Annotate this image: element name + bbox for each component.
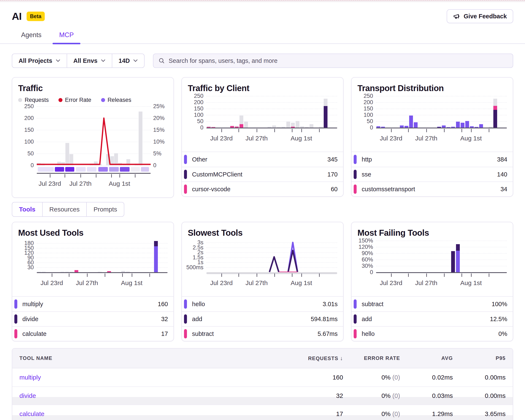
legend-row[interactable]: subtract100% xyxy=(352,297,513,311)
col-avg[interactable]: AVG xyxy=(400,355,453,361)
table-row[interactable]: calculate 17 0% (0) 1.29ms 3.65ms xyxy=(12,405,513,420)
search-input[interactable] xyxy=(169,57,508,64)
tab-agents[interactable]: Agents xyxy=(20,28,42,43)
gridline xyxy=(37,258,168,258)
x-axis-tick xyxy=(274,129,275,132)
requests-legend-dot xyxy=(18,98,22,102)
error-count: (0) xyxy=(392,410,400,417)
col-error-rate[interactable]: ERROR RATE xyxy=(343,355,400,361)
legend-list: hello3.01s add594.81ms subtract5.67ms xyxy=(182,296,343,341)
legend-list: multiply160 divide32 calculate17 xyxy=(12,296,173,341)
table-row[interactable]: multiply 160 0% (0) 0.02ms 0.00ms xyxy=(12,368,513,386)
series-color-chip xyxy=(184,170,187,179)
x-axis-tick xyxy=(221,129,222,132)
env-filter[interactable]: All Envs xyxy=(67,54,112,67)
daterange-filter[interactable]: 14D xyxy=(112,54,144,67)
series-color-chip xyxy=(184,299,187,309)
y-axis-left: 180150120906030 xyxy=(18,241,37,272)
tab-prompts[interactable]: Prompts xyxy=(86,202,124,216)
tab-resources[interactable]: Resources xyxy=(42,202,86,216)
y-axis-tick-label: 60% xyxy=(362,256,373,263)
chart-bar xyxy=(456,122,460,128)
x-axis-label: Jul 27th xyxy=(69,180,92,187)
y-axis-tick-label: 20% xyxy=(153,115,165,121)
legend-row[interactable]: customssetransport34 xyxy=(352,182,513,196)
project-filter[interactable]: All Projects xyxy=(12,54,67,67)
y-axis-tick-label: 150 xyxy=(24,127,34,133)
y-axis-left: 250200150100500 xyxy=(18,106,37,165)
y-axis-tick-label: 250 xyxy=(194,93,203,99)
y-axis-tick-label: 0 xyxy=(31,162,34,169)
legend-row[interactable]: http384 xyxy=(352,152,513,167)
y-axis-tick-label: 25% xyxy=(153,103,165,110)
tool-link[interactable]: calculate xyxy=(19,410,44,417)
legend-row[interactable]: add594.81ms xyxy=(182,311,343,326)
y-axis-tick-label: 50 xyxy=(197,118,203,125)
traffic-card: Traffic Requests Error Rate Releases 250… xyxy=(12,77,174,198)
gridline xyxy=(206,115,337,115)
chart-bar xyxy=(451,251,455,272)
legend-row[interactable]: hello3.01s xyxy=(182,297,343,311)
chart-bar xyxy=(465,121,469,128)
x-axis-tick xyxy=(87,274,88,277)
transport-distribution-card: Transport Distribution 250200150100500 J… xyxy=(351,77,513,197)
legend-row[interactable]: multiply160 xyxy=(12,297,173,311)
x-axis-label: Jul 23rd xyxy=(210,135,233,142)
plot-area: Jul 23rdJul 27thAug 1st xyxy=(206,241,337,272)
plot-area: Jul 23rdJul 27thAug 1st xyxy=(376,241,507,272)
col-p95[interactable]: P95 xyxy=(453,355,506,361)
y-axis-left: 250200150100500 xyxy=(357,96,376,128)
legend-row[interactable]: sse140 xyxy=(352,167,513,182)
col-requests[interactable]: REQUESTS↓ xyxy=(290,355,343,362)
legend-row[interactable]: divide32 xyxy=(12,311,173,326)
chart-bar xyxy=(409,116,413,128)
chart-bar xyxy=(211,127,215,127)
legend-row[interactable]: subtract5.67ms xyxy=(182,326,343,341)
legend-label: add xyxy=(362,316,372,323)
error-count: (0) xyxy=(392,392,400,399)
legend-row[interactable]: CustomMCPClient170 xyxy=(182,167,343,182)
most-failing-tools-card: Most Failing Tools 150%120%90%60%30%0 Ju… xyxy=(351,222,513,341)
give-feedback-button[interactable]: Give Feedback xyxy=(447,9,513,23)
gridline xyxy=(376,266,507,266)
legend-row[interactable]: hello0% xyxy=(352,326,513,341)
legend-value: 32 xyxy=(161,316,168,323)
tool-link[interactable]: multiply xyxy=(19,374,41,381)
y-axis-tick-label: 200 xyxy=(364,99,373,106)
page-header: AI Beta Give Feedback xyxy=(12,2,513,23)
x-axis-tick xyxy=(238,129,239,132)
legend-row[interactable]: Other345 xyxy=(182,152,343,167)
release-strip-segment xyxy=(76,167,86,172)
y-axis-tick-label: 15% xyxy=(153,127,165,133)
y-axis-left: 250200150100500 xyxy=(188,96,206,128)
x-axis-label: Aug 1st xyxy=(121,279,142,287)
gridline xyxy=(376,121,507,122)
legend-row[interactable]: calculate17 xyxy=(12,326,173,341)
release-strip-segment xyxy=(98,167,108,172)
legend-value: 34 xyxy=(500,186,507,193)
legend-row[interactable]: cursor-vscode60 xyxy=(182,182,343,196)
tab-tools[interactable]: Tools xyxy=(12,202,42,216)
env-filter-label: All Envs xyxy=(74,57,97,64)
requests-cell: 32 xyxy=(290,392,343,399)
tab-mcp[interactable]: MCP xyxy=(58,28,75,43)
table-row[interactable]: divide 32 0% (0) 0.03ms 0.00ms xyxy=(12,386,513,405)
x-axis-label: Jul 23rd xyxy=(40,279,63,287)
search-bar[interactable] xyxy=(153,54,513,68)
col-tool-name[interactable]: TOOL NAME xyxy=(19,355,290,361)
legend-row[interactable]: add12.5% xyxy=(352,311,513,326)
legend-value: 594.81ms xyxy=(311,316,338,323)
releases-legend-dot xyxy=(101,98,105,102)
legend-list: subtract100% add12.5% hello0% xyxy=(352,296,513,341)
entity-tabs: Tools Resources Prompts xyxy=(12,202,124,217)
series-color-chip xyxy=(354,155,356,164)
primary-tabs: Agents MCP xyxy=(0,28,525,44)
chart-bar xyxy=(442,126,446,128)
legend-list: Other345 CustomMCPClient170 cursor-vscod… xyxy=(182,152,343,196)
y-axis-tick-label: 250 xyxy=(364,93,373,99)
tool-link[interactable]: divide xyxy=(19,392,36,399)
error-rate-cell: 0% (0) xyxy=(343,410,400,418)
error-count: (0) xyxy=(392,374,400,381)
plot-area: Jul 23rdJul 27thAug 1st xyxy=(206,96,337,128)
legend-label: http xyxy=(362,156,372,163)
